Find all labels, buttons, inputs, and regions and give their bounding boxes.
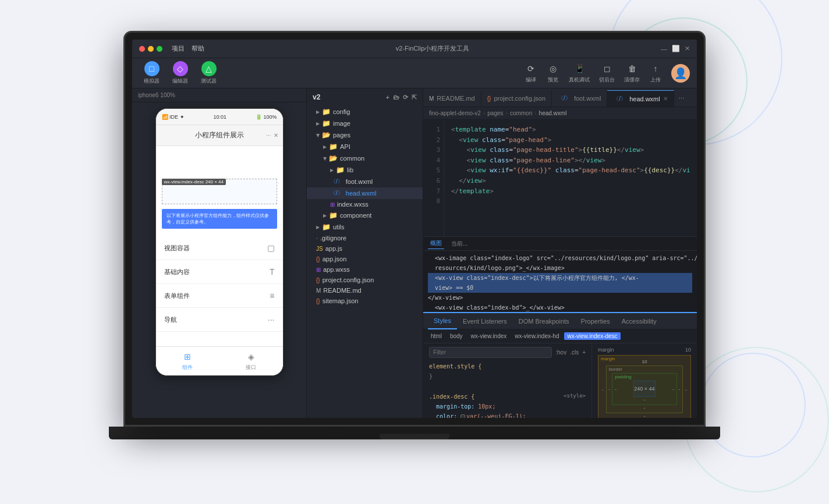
- minimize-button[interactable]: [148, 46, 154, 52]
- filter-input[interactable]: [429, 347, 552, 358]
- close-button[interactable]: [139, 46, 145, 52]
- html-line-2[interactable]: <wx-view class="index-desc">以下将展示小程序官方组件…: [428, 273, 692, 283]
- html-tree-tab-overview[interactable]: 概图: [428, 238, 444, 249]
- phone-nav-list: 视图容器 ▢ 基础内容 T 表单组件: [156, 236, 283, 332]
- background-tool[interactable]: ◻ 切后台: [599, 62, 615, 84]
- tree-item-index-wxss[interactable]: ⊞ index.wxss: [307, 199, 423, 210]
- tab-head-close[interactable]: ✕: [663, 95, 668, 102]
- devtools-tab-properties[interactable]: Properties: [575, 313, 616, 329]
- tree-item-app-wxss[interactable]: ⊞ app.wxss: [307, 264, 423, 275]
- tree-item-readme[interactable]: M README.md: [307, 285, 423, 296]
- triangle-icon: ▶: [316, 121, 320, 126]
- menu-bar: 项目 帮助: [172, 44, 204, 53]
- devtools-tabs: Styles Event Listeners DOM Breakpoints P…: [423, 313, 697, 329]
- component-label: 组件: [182, 364, 193, 371]
- device-debug-tool[interactable]: 📱 真机调试: [569, 62, 590, 84]
- tree-item-head-wxml[interactable]: 〈/〉 head.wxml: [307, 187, 423, 199]
- filter-plus[interactable]: +: [582, 349, 586, 356]
- maximize-button[interactable]: [157, 46, 162, 52]
- simulator-button[interactable]: □ 模拟器: [139, 59, 164, 87]
- new-folder-icon[interactable]: 🗁: [393, 94, 399, 101]
- devtools-bc-wx-view-hd[interactable]: wx-view.index-hd: [512, 332, 562, 340]
- clear-cache-tool[interactable]: 🗑 清缓存: [624, 62, 640, 84]
- nav-item-3[interactable]: 导航 ···: [156, 308, 283, 332]
- html-line-3[interactable]: view> == $0: [428, 283, 692, 293]
- menu-item-project[interactable]: 项目: [172, 44, 185, 53]
- refresh-icon[interactable]: ⟳: [403, 94, 408, 101]
- breadcrumb-item-0[interactable]: fino-applet-demo-v2: [429, 110, 481, 116]
- breadcrumb-item-1[interactable]: pages: [487, 110, 503, 116]
- html-tree-tab-current[interactable]: 当前...: [449, 239, 470, 249]
- tree-item-foot-wxml[interactable]: 〈/〉 foot.wxml: [307, 176, 423, 187]
- tab-more-button[interactable]: ···: [674, 94, 689, 102]
- editor-button[interactable]: ◇ 编辑器: [168, 59, 193, 87]
- tree-item-component[interactable]: ▶ 📁 component: [307, 210, 423, 221]
- css-selector-index-desc: .index-desc { <style>: [429, 392, 586, 402]
- breadcrumb-item-2[interactable]: common: [510, 110, 532, 116]
- simulator-icon: □: [144, 61, 160, 76]
- nav-item-0[interactable]: 视图容器 ▢: [156, 236, 283, 260]
- nav-item-2[interactable]: 表单组件 ≡: [156, 284, 283, 308]
- tab-head-wxml[interactable]: 〈/〉 head.wxml ✕: [607, 90, 674, 107]
- box-model-visual: margin 10 - border -: [598, 355, 691, 418]
- fullscreen-icon[interactable]: ⬜: [672, 45, 680, 52]
- code-line-3: <view class="page-head-title">{{title}}<…: [451, 145, 690, 155]
- box-padding-zone-label: padding: [615, 374, 631, 379]
- html-line-0[interactable]: <wx-image class="index-logo" src="../res…: [428, 253, 692, 263]
- preview-tool[interactable]: ◎ 预览: [547, 62, 559, 84]
- compile-tool[interactable]: ⟳ 编译: [525, 62, 537, 84]
- box-border-left: -: [609, 386, 611, 392]
- minimize-icon[interactable]: —: [661, 45, 667, 52]
- tab-project-config[interactable]: {} project.config.json: [481, 90, 552, 107]
- tree-item-app-json[interactable]: {} app.json: [307, 254, 423, 264]
- devtools-bc-body[interactable]: body: [447, 332, 466, 340]
- devtools-bc-wx-view-desc[interactable]: wx-view.index-desc: [564, 332, 620, 340]
- tree-item-app-js[interactable]: JS app.js: [307, 243, 423, 254]
- xml-file-icon: 〈/〉: [330, 189, 343, 197]
- devtools-tab-breakpoints[interactable]: DOM Breakpoints: [513, 313, 575, 329]
- menu-item-help[interactable]: 帮助: [192, 44, 204, 53]
- devtools-bc-wx-view-index[interactable]: wx-view.index: [468, 332, 510, 340]
- bottom-nav-component[interactable]: ⊞ 组件: [182, 351, 193, 371]
- devtools-bc-html[interactable]: html: [428, 332, 445, 340]
- avatar[interactable]: 👤: [671, 64, 690, 83]
- tree-item-utils[interactable]: ▶ 📁 utils: [307, 221, 423, 233]
- html-line-4[interactable]: </wx-view>: [428, 293, 692, 303]
- upload-tool[interactable]: ↑ 上传: [649, 62, 662, 84]
- devtools-tab-events[interactable]: Event Listeners: [457, 313, 513, 329]
- phone-content: wx-view.index-desc 240 × 44 以下将展示小程序官方组件…: [156, 146, 283, 346]
- tree-item-pages[interactable]: ▶ 📂 pages: [307, 129, 423, 141]
- tab-foot-wxml[interactable]: 〈/〉 foot.wxml: [552, 90, 607, 107]
- nav-item-1[interactable]: 基础内容 T: [156, 260, 283, 284]
- collapse-icon[interactable]: ⇱: [412, 94, 417, 101]
- tab-readme[interactable]: M README.md: [423, 90, 481, 107]
- filter-hov[interactable]: :hov: [555, 349, 566, 356]
- editor-label: 编辑器: [172, 77, 188, 85]
- tree-item-lib[interactable]: ▶ 📁 lib: [307, 164, 423, 176]
- devtools-tab-styles[interactable]: Styles: [428, 313, 457, 329]
- tree-item-label: head.wxml: [346, 190, 377, 197]
- phone-close-icon[interactable]: ✕: [274, 132, 278, 139]
- tree-item-label: foot.wxml: [346, 178, 373, 185]
- html-line-1[interactable]: resources/kind/logo.png">_</wx-image>: [428, 263, 692, 273]
- tree-item-config[interactable]: ▶ 📁 config: [307, 106, 423, 118]
- tree-item-image[interactable]: ▶ 📁 image: [307, 118, 423, 129]
- tester-button[interactable]: △ 测试器: [196, 59, 221, 87]
- tree-item-api[interactable]: ▶ 📁 API: [307, 141, 423, 152]
- new-file-icon[interactable]: +: [386, 94, 389, 101]
- tree-item-sitemap[interactable]: {} sitemap.json: [307, 296, 423, 306]
- filter-cls[interactable]: .cls: [570, 349, 579, 356]
- box-border-zone: border - padding -: [606, 365, 683, 413]
- tree-item-gitignore[interactable]: · .gitignore: [307, 233, 423, 243]
- bottom-nav-api[interactable]: ◈ 接口: [245, 351, 257, 371]
- html-line-5[interactable]: <wx-view class="index-bd">_</wx-view>: [428, 303, 692, 312]
- code-line-6: </view>: [451, 176, 690, 186]
- tree-item-project-config[interactable]: {} project.config.json: [307, 275, 423, 285]
- phone-more-icon[interactable]: ···: [266, 132, 271, 139]
- folder-icon: 📁: [336, 166, 345, 174]
- phone-wrapper: 📶 IDE ✦ 10:01 🔋 100% 小程序组件展示 ··· ✕: [132, 102, 306, 418]
- close-icon[interactable]: ✕: [685, 45, 690, 52]
- devtools-tab-accessibility[interactable]: Accessibility: [616, 313, 663, 329]
- code-content[interactable]: <template name="head"> <view class="page…: [444, 120, 697, 236]
- tree-item-common[interactable]: ▶ 📂 common: [307, 152, 423, 164]
